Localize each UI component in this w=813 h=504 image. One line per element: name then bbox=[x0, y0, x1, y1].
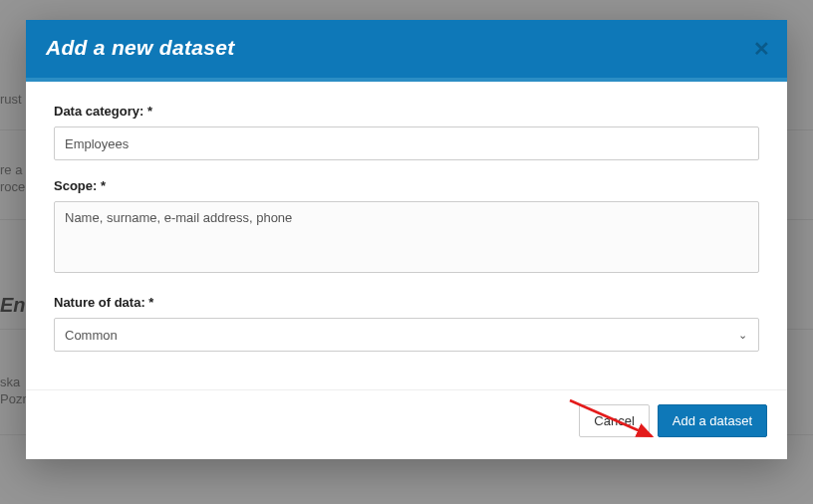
modal-header: Add a new dataset ✕ bbox=[26, 20, 787, 82]
modal-title: Add a new dataset bbox=[46, 36, 767, 60]
form-group-nature: Nature of data: * Common ⌄ bbox=[54, 295, 759, 352]
modal-footer: Cancel Add a dataset bbox=[26, 389, 787, 459]
data-category-label: Data category: * bbox=[54, 104, 759, 119]
close-x: ✕ bbox=[753, 39, 770, 59]
nature-label: Nature of data: * bbox=[54, 295, 759, 310]
nature-select[interactable]: Common bbox=[54, 318, 759, 352]
close-icon[interactable]: ✕ bbox=[749, 37, 773, 61]
add-dataset-button[interactable]: Add a dataset bbox=[658, 404, 767, 437]
scope-label: Scope: * bbox=[54, 178, 759, 193]
cancel-button[interactable]: Cancel bbox=[579, 404, 649, 437]
form-group-scope: Scope: * bbox=[54, 178, 759, 277]
data-category-input[interactable] bbox=[54, 126, 759, 160]
add-dataset-modal: Add a new dataset ✕ Data category: * Sco… bbox=[26, 20, 787, 459]
form-group-data-category: Data category: * bbox=[54, 104, 759, 160]
scope-textarea[interactable] bbox=[54, 201, 759, 273]
modal-body: Data category: * Scope: * Nature of data… bbox=[26, 82, 787, 383]
